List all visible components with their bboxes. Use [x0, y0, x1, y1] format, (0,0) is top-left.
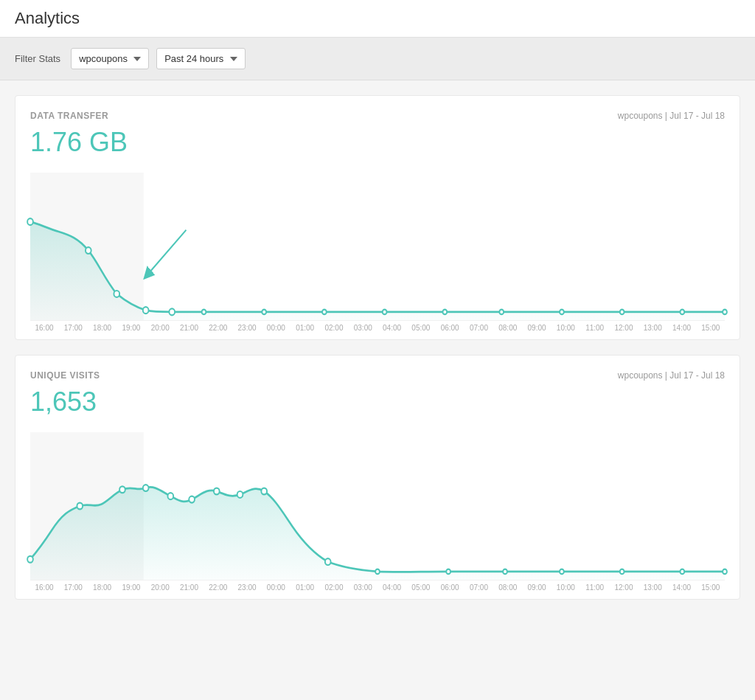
time-label: 08:00 [494, 324, 522, 332]
time-label: 22:00 [204, 324, 232, 332]
time-label: 11:00 [581, 583, 609, 592]
time-label: 03:00 [349, 583, 377, 592]
svg-point-4 [114, 291, 119, 297]
site-filter-select[interactable]: wpcoupons [71, 48, 149, 69]
svg-point-15 [680, 310, 684, 315]
time-label: 07:00 [465, 324, 493, 332]
svg-point-16 [723, 310, 727, 315]
svg-point-7 [202, 310, 206, 315]
time-label: 02:00 [320, 583, 348, 592]
time-label: 15:00 [697, 583, 725, 592]
svg-point-8 [262, 310, 266, 315]
svg-point-2 [27, 218, 33, 225]
time-label: 18:00 [88, 583, 116, 592]
unique-visits-time-axis: 16:00 17:00 18:00 19:00 20:00 21:00 22:0… [30, 580, 725, 599]
data-transfer-meta: wpcoupons | Jul 17 - Jul 18 [618, 111, 725, 121]
data-transfer-card: DATA TRANSFER wpcoupons | Jul 17 - Jul 1… [15, 95, 740, 340]
time-label: 06:00 [436, 324, 464, 332]
time-label: 08:00 [494, 583, 522, 592]
svg-point-29 [446, 569, 450, 575]
time-label: 14:00 [668, 583, 696, 592]
svg-point-20 [119, 486, 125, 493]
svg-point-26 [261, 488, 267, 495]
filter-bar: Filter Stats wpcoupons Past 24 hours Pas… [0, 38, 755, 80]
time-label: 21:00 [175, 324, 203, 332]
svg-point-28 [375, 569, 380, 575]
svg-point-33 [680, 569, 684, 575]
unique-visits-svg [30, 432, 725, 580]
svg-point-32 [620, 569, 624, 575]
data-transfer-chart [30, 173, 725, 320]
svg-point-34 [723, 569, 727, 575]
svg-point-5 [143, 307, 149, 313]
time-label: 11:00 [581, 324, 609, 332]
time-label: 04:00 [378, 583, 406, 592]
unique-visits-card: UNIQUE VISITS wpcoupons | Jul 17 - Jul 1… [15, 355, 740, 600]
time-label: 15:00 [697, 324, 725, 332]
unique-visits-header: UNIQUE VISITS wpcoupons | Jul 17 - Jul 1… [30, 370, 725, 381]
time-label: 13:00 [639, 324, 667, 332]
svg-point-13 [560, 310, 564, 315]
time-label: 00:00 [262, 583, 290, 592]
time-label: 00:00 [262, 324, 290, 332]
time-label: 23:00 [233, 583, 261, 592]
svg-point-25 [237, 491, 243, 498]
time-label: 05:00 [407, 324, 435, 332]
svg-point-19 [77, 503, 83, 510]
time-label: 20:00 [146, 324, 174, 332]
time-label: 17:00 [59, 324, 87, 332]
time-label: 12:00 [610, 583, 638, 592]
time-label: 21:00 [175, 583, 203, 592]
time-label: 03:00 [349, 324, 377, 332]
time-label: 04:00 [378, 324, 406, 332]
time-label: 12:00 [610, 324, 638, 332]
time-label: 01:00 [291, 583, 319, 592]
svg-point-9 [322, 310, 327, 315]
page-title: Analytics [15, 9, 740, 28]
time-label: 16:00 [30, 583, 58, 592]
time-label: 10:00 [552, 324, 580, 332]
time-label: 05:00 [407, 583, 435, 592]
time-label: 16:00 [30, 324, 58, 332]
svg-point-30 [503, 569, 507, 575]
main-content: DATA TRANSFER wpcoupons | Jul 17 - Jul 1… [0, 80, 755, 614]
time-label: 18:00 [88, 324, 116, 332]
svg-point-18 [27, 556, 33, 563]
data-transfer-header: DATA TRANSFER wpcoupons | Jul 17 - Jul 1… [30, 111, 725, 121]
svg-point-21 [143, 485, 149, 491]
unique-visits-title: UNIQUE VISITS [30, 370, 100, 381]
svg-point-10 [383, 310, 387, 315]
svg-point-31 [560, 569, 564, 575]
time-label: 20:00 [146, 583, 174, 592]
svg-point-11 [442, 310, 447, 315]
page-header: Analytics [0, 0, 755, 38]
data-transfer-value: 1.76 GB [30, 127, 725, 158]
time-filter-select[interactable]: Past 24 hours Past 7 days Past 30 days [156, 48, 246, 69]
svg-point-12 [499, 310, 504, 315]
time-label: 09:00 [523, 324, 551, 332]
time-label: 10:00 [552, 583, 580, 592]
svg-point-14 [620, 310, 624, 315]
svg-point-23 [189, 496, 195, 503]
unique-visits-value: 1,653 [30, 387, 725, 417]
time-label: 19:00 [117, 324, 145, 332]
time-label: 06:00 [436, 583, 464, 592]
data-transfer-svg [30, 173, 725, 320]
svg-point-27 [325, 558, 331, 565]
svg-point-6 [169, 308, 175, 315]
time-label: 02:00 [320, 324, 348, 332]
time-label: 19:00 [117, 583, 145, 592]
time-label: 17:00 [59, 583, 87, 592]
time-label: 23:00 [233, 324, 261, 332]
svg-line-1 [147, 230, 187, 275]
svg-point-3 [86, 247, 91, 254]
unique-visits-meta: wpcoupons | Jul 17 - Jul 18 [618, 370, 725, 381]
time-label: 07:00 [465, 583, 493, 592]
time-label: 09:00 [523, 583, 551, 592]
svg-point-22 [167, 493, 173, 499]
svg-point-24 [214, 488, 220, 495]
time-label: 13:00 [639, 583, 667, 592]
time-label: 14:00 [668, 324, 696, 332]
data-transfer-time-axis: 16:00 17:00 18:00 19:00 20:00 21:00 22:0… [30, 320, 725, 339]
unique-visits-chart [30, 432, 725, 580]
